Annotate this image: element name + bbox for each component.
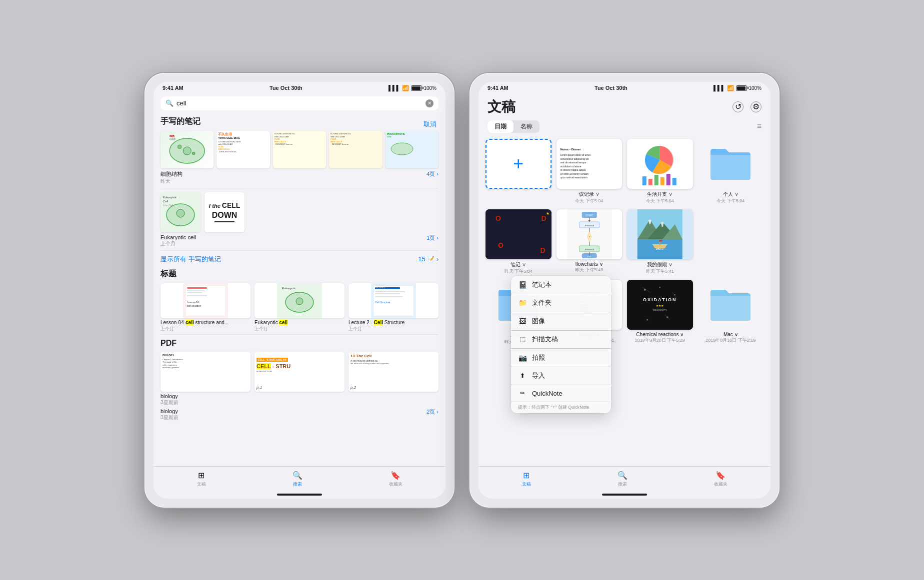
doc-item-new[interactable]: + (486, 139, 552, 204)
title-item-1[interactable]: Lesson-04 cell structure Lesson-04-cell … (160, 283, 250, 332)
doc-thumb-chemical[interactable]: OXIDATION ★★★ REAGENTS (627, 280, 693, 330)
doc-item-meeting[interactable]: Notes - Dinner Lorem ipsum dolor sit ame… (556, 139, 622, 204)
doc-item-personal-folder[interactable]: 个人 ∨ 今天 下午5:04 (698, 139, 764, 204)
doc-item-vacation[interactable]: 旅行 我的假期 ∨ 昨天 下午5:41 (627, 209, 693, 275)
note-thumb-3[interactable]: ICTURE and FUNCTO with CELLULAR FUNC MER… (273, 131, 326, 168)
pdf-date-1: 3星期前 (160, 399, 250, 406)
search-bar-container: 🔍 cell ✕ 取消 (154, 93, 446, 112)
title-thumb-3[interactable]: Lecture 2 Cell Structure (348, 283, 438, 318)
pdf-item-2[interactable]: CELL - STRUCTURE AN CELL - STRU INTRODUC… (254, 352, 344, 406)
doc-thumb-chart[interactable] (627, 139, 693, 189)
sort-date[interactable]: 日期 (488, 120, 514, 133)
note-thumb-4[interactable]: ICTURE and FUNCTO with CELLULAR FUNC MER… (329, 131, 382, 168)
svg-line-75 (642, 287, 650, 292)
list-view-icon[interactable]: ≡ (757, 122, 762, 131)
tab-favorites-left[interactable]: 🔖 收藏夹 (389, 471, 402, 488)
settings-icon[interactable]: ⚙ (750, 101, 762, 112)
signal-icon-left: ▌▌▌ (388, 85, 400, 91)
doc-item-chemical[interactable]: OXIDATION ★★★ REAGENTS (627, 280, 693, 345)
svg-text:START: START (585, 214, 593, 217)
pdf-name-1: biology (160, 393, 250, 399)
doc-item-dark[interactable]: ★ O D O D 笔记 ∨ 昨天 下午5:04 (486, 209, 552, 275)
note-name-2: Eukaryotic cell (160, 234, 196, 240)
context-menu-quicknote[interactable]: ✏ QuickNote (511, 385, 611, 402)
doc-item-mac[interactable]: Mac ∨ 2019年8月16日 下午2:19 (698, 280, 764, 345)
doc-thumb-flowchart[interactable]: START Process A ? (556, 209, 622, 259)
doc-name-vacation: 我的假期 ∨ (647, 261, 672, 268)
search-input[interactable]: cell (176, 99, 422, 107)
svg-text:Eukaryotic: Eukaryotic (282, 287, 296, 290)
svg-point-74 (660, 287, 660, 288)
title-date-1: 上个月 (160, 326, 250, 332)
pdf-item-1[interactable]: BIOLOGY Chapter 1: Introduction The stud… (160, 352, 250, 406)
svg-text:cell structure: cell structure (187, 304, 202, 307)
docs-title: 文稿 (488, 97, 516, 116)
note-thumb-1[interactable]: 细胞 结构图 (160, 131, 214, 168)
add-doc-icon[interactable]: + (513, 153, 524, 174)
pdf-section-title: PDF (160, 339, 438, 348)
title-item-3[interactable]: Lecture 2 Cell Structure Lecture 2 - Cel… (348, 283, 438, 332)
svg-rect-31 (375, 296, 402, 297)
search-cancel-button[interactable]: 取消 (424, 120, 436, 129)
context-menu-folder[interactable]: 📁 文件夹 (511, 294, 611, 312)
doc-thumb-vacation[interactable]: 旅行 (627, 209, 693, 259)
note-pages-2[interactable]: 1页 › (426, 234, 438, 242)
pdf-row: BIOLOGY Chapter 1: Introduction The stud… (160, 352, 438, 406)
context-menu-scan[interactable]: ⬚ 扫描文稿 (511, 330, 611, 348)
doc-thumb-mac[interactable] (698, 280, 764, 330)
show-all-text: 显示所有 手写的笔记 (160, 255, 221, 264)
context-menu-image[interactable]: 🖼 图像 (511, 312, 611, 330)
doc-item-chart[interactable]: 生活开支 ∨ 今天 下午5:04 (627, 139, 693, 204)
history-icon[interactable]: ↺ (732, 101, 744, 112)
wifi-icon-right: 📶 (727, 85, 734, 91)
title-thumb-1[interactable]: Lesson-04 cell structure (160, 283, 250, 318)
pdf-thumb-1[interactable]: BIOLOGY Chapter 1: Introduction The stud… (160, 352, 250, 392)
context-menu-photo[interactable]: 📷 拍照 (511, 349, 611, 367)
doc-thumb-new[interactable]: + (486, 139, 552, 189)
tab-search-left[interactable]: 🔍 搜索 (292, 471, 302, 488)
tab-favorites-right[interactable]: 🔖 收藏夹 (714, 471, 728, 488)
svg-line-76 (672, 292, 678, 300)
svg-point-1 (183, 147, 191, 155)
svg-rect-16 (187, 290, 204, 291)
pdf-item-3[interactable]: 13 The Cell A cell may be defined as the… (348, 352, 438, 406)
svg-text:结构图: 结构图 (170, 138, 176, 140)
folder-menu-label: 文件夹 (532, 298, 552, 307)
context-menu-import[interactable]: ⬆ 导入 (511, 367, 611, 385)
status-date-right: Tue Oct 30th (594, 85, 628, 91)
title-item-2[interactable]: Eukaryotic Eukaryotic cell 上个月 (254, 283, 344, 332)
doc-item-flowchart[interactable]: START Process A ? (556, 209, 622, 275)
search-clear-button[interactable]: ✕ (426, 99, 434, 107)
eukaryotic-thumb-1[interactable]: Eukaryotic Cell f the Cell (160, 192, 200, 232)
note-thumb-2[interactable]: 不久生书 YOTIC CELL DIAG ICTURE and FUNCTION… (216, 131, 270, 168)
pdf-thumb-3[interactable]: 13 The Cell A cell may be defined as the… (348, 352, 438, 392)
pdf-pages[interactable]: 2页 › (426, 408, 438, 416)
eukaryotic-thumb-2[interactable]: f the CELL DOWN (204, 192, 244, 232)
svg-rect-18 (187, 295, 207, 296)
note-thumb-5[interactable]: PROKARYOTIC Cells (386, 131, 438, 168)
eukaryotic-cell-row: Eukaryotic Cell f the Cell f the CELL DO… (160, 192, 438, 232)
svg-rect-40 (672, 178, 676, 185)
doc-thumb-personal-folder[interactable] (698, 139, 764, 189)
pdf-thumb-2[interactable]: CELL - STRUCTURE AN CELL - STRU INTRODUC… (254, 352, 344, 392)
doc-date-chart: 今天 下午5:04 (646, 198, 674, 204)
title-thumb-2[interactable]: Eukaryotic (254, 283, 344, 318)
divider-2 (160, 250, 438, 251)
tab-search-right[interactable]: 🔍 搜索 (618, 471, 628, 488)
search-bar[interactable]: 🔍 cell ✕ (160, 96, 438, 110)
docs-tab-label-left: 文稿 (197, 481, 206, 488)
doc-thumb-dark[interactable]: ★ O D O D (486, 209, 552, 259)
sort-name[interactable]: 名称 (514, 120, 540, 133)
doc-thumb-meeting[interactable]: Notes - Dinner Lorem ipsum dolor sit ame… (556, 139, 622, 189)
svg-point-6 (391, 143, 413, 155)
svg-rect-35 (642, 176, 646, 185)
quicknote-menu-label: QuickNote (532, 390, 562, 397)
show-all-link[interactable]: 显示所有 手写的笔记 15 📝 › (160, 255, 438, 264)
note-pages-1[interactable]: 4页 › (426, 170, 438, 178)
signal-icon-right: ▌▌▌ (714, 85, 725, 91)
context-menu-notebook[interactable]: 📓 笔记本 (511, 276, 611, 294)
docs-header: 文稿 ↺ ⚙ (478, 93, 770, 118)
tab-docs-right[interactable]: ⊞ 文稿 (522, 471, 531, 488)
docs-tab-icon-left: ⊞ (198, 471, 204, 480)
tab-docs-left[interactable]: ⊞ 文稿 (197, 471, 206, 488)
